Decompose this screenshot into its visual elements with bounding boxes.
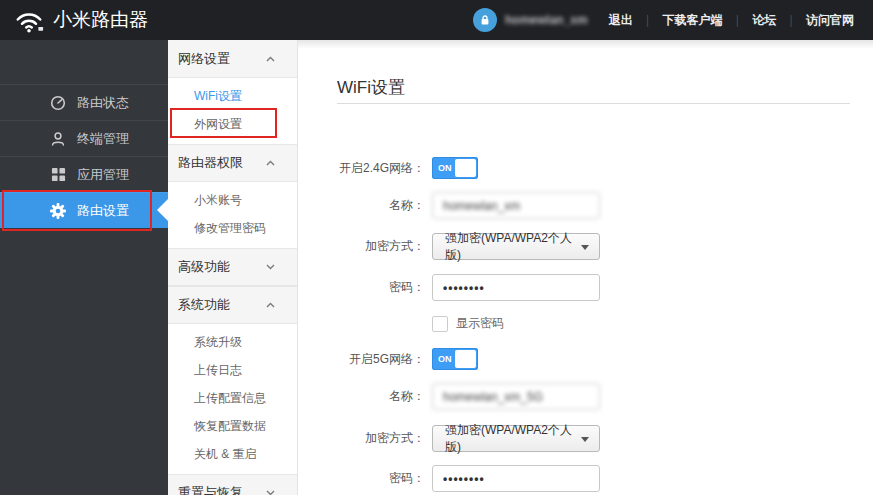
section-label: 系统功能 — [178, 296, 230, 314]
encryption-5g-select[interactable]: 强加密(WPA/WPA2个人版) — [432, 425, 600, 452]
chevron-up-icon — [266, 56, 275, 62]
logout-link[interactable]: 退出 — [600, 12, 642, 29]
encryption-5g-value: 强加密(WPA/WPA2个人版) — [445, 422, 581, 456]
gear-icon — [50, 203, 66, 219]
sidebar-item-router-settings[interactable]: 路由设置 — [0, 192, 168, 228]
submenu-section-system-functions[interactable]: 系统功能 — [168, 286, 297, 324]
section-label: 重置与恢复 — [178, 484, 243, 495]
submenu-item-mi-account[interactable]: 小米账号 — [168, 186, 297, 214]
submenu-item-change-admin-password[interactable]: 修改管理密码 — [168, 214, 297, 242]
sidebar-item-label: 终端管理 — [77, 130, 129, 148]
show-password-label: 显示密码 — [456, 315, 504, 332]
submenu-item-upload-config-info[interactable]: 上传配置信息 — [168, 384, 297, 412]
network-settings-items: WiFi设置 外网设置 — [168, 78, 297, 144]
chevron-up-icon — [266, 302, 275, 308]
enable-24g-label: 开启2.4G网络： — [298, 160, 425, 177]
submenu-item-label: 上传配置信息 — [194, 390, 266, 407]
encryption-5g-label: 加密方式： — [298, 430, 425, 447]
password-24g-label: 密码： — [298, 279, 425, 296]
submenu-section-router-permissions[interactable]: 路由器权限 — [168, 144, 297, 182]
name-24g-row: 名称： — [298, 192, 600, 219]
toggle-on-text: ON — [438, 163, 452, 173]
submenu-item-label: 恢复配置数据 — [194, 418, 266, 435]
toggle-on-text: ON — [438, 354, 452, 364]
encryption-5g-row: 加密方式： 强加密(WPA/WPA2个人版) — [298, 425, 600, 452]
topbar-account-area: homewlan_xm 退出 ｜ 下载客户端 ｜ 论坛 ｜ 访问官网 — [473, 8, 873, 32]
submenu-section-reset-restore[interactable]: 重置与恢复 — [168, 474, 297, 495]
name-5g-label: 名称： — [298, 388, 425, 405]
wifi-settings-panel: WiFi设置 开启2.4G网络： ON 名称： 加密方式： 强加 — [298, 40, 873, 495]
toggle-knob — [455, 159, 476, 177]
forum-link[interactable]: 论坛 — [743, 12, 785, 29]
submenu-item-shutdown-reboot[interactable]: 关机 & 重启 — [168, 440, 297, 468]
submenu-section-network-settings[interactable]: 网络设置 — [168, 40, 297, 78]
system-function-items: 系统升级 上传日志 上传配置信息 恢复配置数据 关机 & 重启 — [168, 324, 297, 474]
submenu-item-label: 小米账号 — [194, 192, 242, 209]
submenu-item-label: WiFi设置 — [194, 88, 242, 105]
section-label: 高级功能 — [178, 258, 230, 276]
submenu-item-restore-config-data[interactable]: 恢复配置数据 — [168, 412, 297, 440]
password-5g-row: 密码： — [298, 465, 600, 492]
submenu-item-wifi-settings[interactable]: WiFi设置 — [168, 82, 297, 110]
password-5g-input[interactable] — [432, 465, 600, 492]
official-site-link[interactable]: 访问官网 — [797, 12, 863, 29]
lock-icon — [479, 14, 491, 26]
submenu-item-wan-settings[interactable]: 外网设置 — [168, 110, 297, 138]
title-divider — [337, 103, 850, 104]
enable-24g-row: 开启2.4G网络： ON — [298, 157, 478, 179]
download-client-link[interactable]: 下载客户端 — [653, 12, 731, 29]
sidebar-item-device-management[interactable]: 终端管理 — [0, 120, 168, 156]
password-5g-label: 密码： — [298, 470, 425, 487]
wifi-logo-icon — [14, 8, 44, 33]
ssid-24g-input[interactable] — [432, 192, 600, 219]
caret-down-icon — [581, 437, 589, 446]
submenu-item-label: 外网设置 — [194, 116, 242, 133]
submenu-item-label: 系统升级 — [194, 334, 242, 351]
password-24g-row: 密码： — [298, 274, 600, 301]
page-title: WiFi设置 — [337, 76, 405, 99]
submenu-item-system-upgrade[interactable]: 系统升级 — [168, 328, 297, 356]
username-text: homewlan_xm — [505, 13, 588, 27]
name-5g-row: 名称： — [298, 383, 600, 410]
logo-text: 小米路由器 — [53, 7, 148, 33]
topbar-separator: ｜ — [642, 12, 654, 29]
encryption-24g-value: 强加密(WPA/WPA2个人版) — [445, 230, 581, 264]
chevron-up-icon — [266, 160, 275, 166]
encryption-24g-row: 加密方式： 强加密(WPA/WPA2个人版) — [298, 233, 600, 260]
user-icon — [50, 131, 66, 147]
enable-5g-toggle[interactable]: ON — [432, 348, 478, 370]
name-24g-label: 名称： — [298, 197, 425, 214]
section-label: 网络设置 — [178, 50, 230, 68]
show-password-row: 显示密码 — [432, 315, 504, 332]
caret-down-icon — [581, 245, 589, 254]
account-avatar[interactable] — [473, 8, 497, 32]
router-permission-items: 小米账号 修改管理密码 — [168, 182, 297, 248]
topbar: 小米路由器 homewlan_xm 退出 ｜ 下载客户端 ｜ 论坛 ｜ 访问官网 — [0, 0, 873, 40]
ssid-5g-input[interactable] — [432, 383, 600, 410]
sidebar-item-label: 路由设置 — [77, 202, 129, 220]
chevron-down-icon — [266, 264, 275, 270]
enable-5g-row: 开启5G网络： ON — [298, 348, 478, 370]
chevron-down-icon — [266, 490, 275, 495]
submenu-item-upload-log[interactable]: 上传日志 — [168, 356, 297, 384]
topbar-separator: ｜ — [731, 12, 743, 29]
password-24g-input[interactable] — [432, 274, 600, 301]
submenu-item-label: 关机 & 重启 — [194, 446, 257, 463]
app-logo: 小米路由器 — [0, 7, 148, 33]
grid-icon — [50, 167, 66, 183]
show-password-checkbox[interactable] — [432, 316, 448, 332]
primary-sidebar: 路由状态 终端管理 — [0, 40, 168, 495]
toggle-knob — [455, 350, 476, 368]
encryption-24g-select[interactable]: 强加密(WPA/WPA2个人版) — [432, 233, 600, 260]
sidebar-item-label: 应用管理 — [77, 166, 129, 184]
primary-menu: 路由状态 终端管理 — [0, 84, 168, 228]
sidebar-item-label: 路由状态 — [77, 94, 129, 112]
submenu-section-advanced-functions[interactable]: 高级功能 — [168, 248, 297, 286]
enable-5g-label: 开启5G网络： — [298, 351, 425, 368]
enable-24g-toggle[interactable]: ON — [432, 157, 478, 179]
miwifi-admin-page: 小米路由器 homewlan_xm 退出 ｜ 下载客户端 ｜ 论坛 ｜ 访问官网 — [0, 0, 873, 495]
sidebar-item-router-status[interactable]: 路由状态 — [0, 84, 168, 120]
topbar-separator: ｜ — [785, 12, 797, 29]
sidebar-item-app-management[interactable]: 应用管理 — [0, 156, 168, 192]
submenu-item-label: 上传日志 — [194, 362, 242, 379]
